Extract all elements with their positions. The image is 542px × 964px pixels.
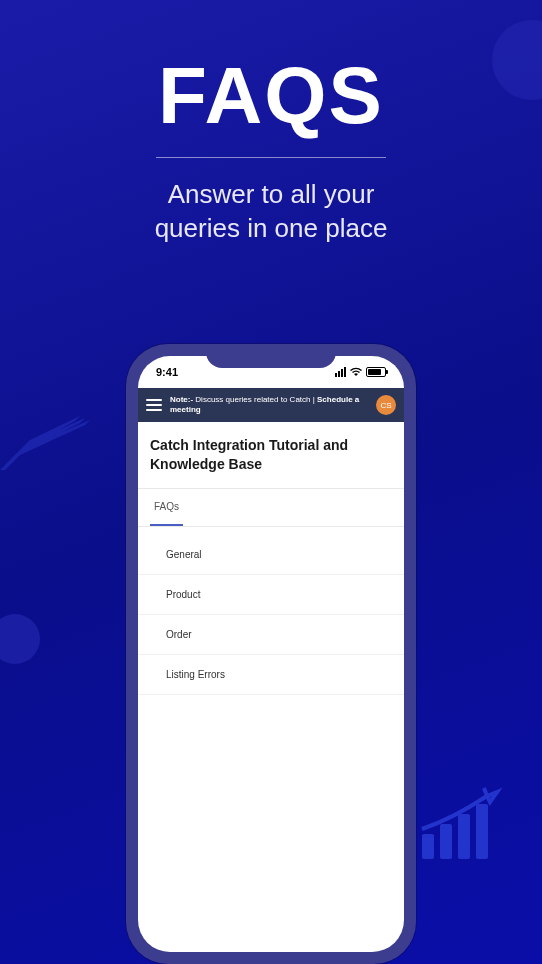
phone-notch xyxy=(206,344,336,368)
faq-item-product[interactable]: Product xyxy=(138,575,404,615)
hero-divider xyxy=(156,157,386,158)
app-header: Note:- Discuss queries related to Catch … xyxy=(138,388,404,422)
wifi-icon xyxy=(350,367,362,377)
faq-item-general[interactable]: General xyxy=(138,535,404,575)
page-title: Catch Integration Tutorial and Knowledge… xyxy=(150,436,392,474)
status-icons xyxy=(335,367,386,377)
decorative-circle-2 xyxy=(0,614,40,664)
phone-screen: 9:41 Note:- Discuss queries related to C… xyxy=(138,356,404,952)
svg-rect-0 xyxy=(422,834,434,859)
svg-rect-1 xyxy=(440,824,452,859)
content-header: Catch Integration Tutorial and Knowledge… xyxy=(138,422,404,489)
signal-icon xyxy=(335,367,346,377)
tabs-container: FAQs xyxy=(138,489,404,527)
subtitle-line-2: queries in one place xyxy=(155,213,388,243)
note-prefix: Note:- xyxy=(170,395,193,404)
decorative-chart-icon xyxy=(412,784,512,864)
faq-list: General Product Order Listing Errors xyxy=(138,527,404,703)
status-time: 9:41 xyxy=(156,366,178,378)
hero-title: FAQS xyxy=(0,50,542,142)
svg-rect-3 xyxy=(476,804,488,859)
faq-item-order[interactable]: Order xyxy=(138,615,404,655)
svg-rect-2 xyxy=(458,814,470,859)
hero-subtitle: Answer to all your queries in one place xyxy=(0,178,542,246)
header-note: Note:- Discuss queries related to Catch … xyxy=(170,395,368,416)
faq-item-listing-errors[interactable]: Listing Errors xyxy=(138,655,404,695)
tab-faqs[interactable]: FAQs xyxy=(150,489,183,526)
subtitle-line-1: Answer to all your xyxy=(168,179,375,209)
hero-section: FAQS Answer to all your queries in one p… xyxy=(0,0,542,246)
phone-frame: 9:41 Note:- Discuss queries related to C… xyxy=(126,344,416,964)
decorative-wing-icon xyxy=(0,400,110,480)
note-text: Discuss queries related to Catch | xyxy=(193,395,317,404)
avatar[interactable]: CS xyxy=(376,395,396,415)
battery-icon xyxy=(366,367,386,377)
menu-icon[interactable] xyxy=(146,399,162,411)
